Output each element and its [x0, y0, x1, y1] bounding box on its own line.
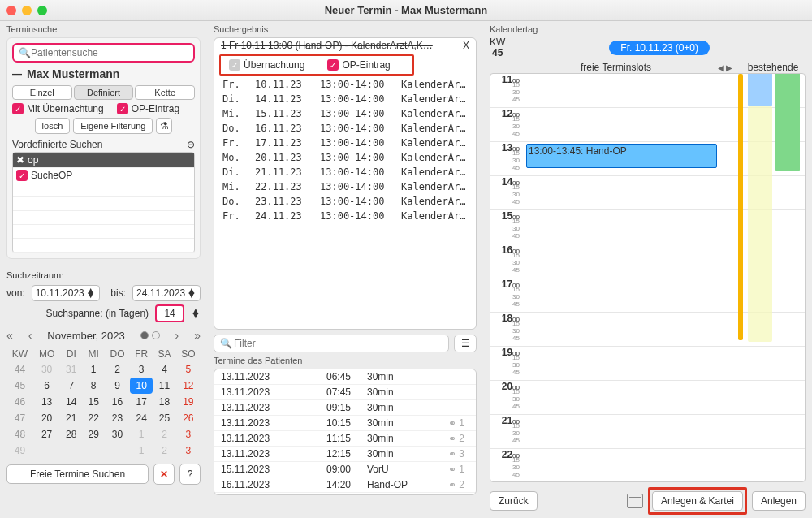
predef-item-sucheop[interactable]: ✓SucheOP — [13, 168, 194, 183]
result-chk-uebernachtung[interactable]: ✓Übernachtung — [229, 59, 304, 71]
result-chk-op[interactable]: ✓OP-Eintrag — [327, 59, 390, 71]
cal-day[interactable] — [60, 442, 82, 459]
chk-op-eintrag[interactable]: ✓OP-Eintrag — [117, 103, 179, 114]
cal-day[interactable]: 27 — [33, 426, 60, 442]
btn-help[interactable]: ? — [179, 464, 201, 485]
result-row[interactable]: Di.21.11.2313:00-14:00KalenderAr… — [214, 165, 476, 179]
result-row[interactable]: Do.16.11.2313:00-14:00KalenderAr… — [214, 121, 476, 136]
btn-zurueck[interactable]: Zurück — [490, 491, 538, 511]
cal-day[interactable]: 3 — [130, 361, 153, 378]
cal-day[interactable]: 21 — [60, 410, 82, 426]
cal-day[interactable]: 16 — [105, 394, 130, 410]
patient-row[interactable]: 13.11.202309:1530min — [214, 400, 476, 416]
btn-clear[interactable]: ✕ — [153, 464, 175, 485]
patient-row[interactable]: 17.11.202311:00NachU⚭ 3 — [214, 493, 476, 495]
date-pill[interactable]: Fr. 10.11.23 (0+0) — [609, 41, 710, 55]
patient-row[interactable]: 13.11.202310:1530min⚭ 1 — [214, 416, 476, 431]
cal-day[interactable]: 45 — [6, 378, 33, 394]
seg-einzel[interactable]: Einzel — [12, 85, 72, 100]
cal-prev-fast[interactable]: « — [6, 329, 13, 342]
cal-day[interactable]: 3 — [176, 426, 201, 442]
cal-day[interactable]: 22 — [83, 410, 105, 426]
cal-day[interactable]: 3 — [176, 442, 201, 459]
cal-day[interactable]: 10 — [130, 378, 153, 394]
seg-kette[interactable]: Kette — [135, 85, 195, 100]
result-row[interactable]: Mi.22.11.2313:00-14:00KalenderAr… — [214, 179, 476, 194]
cal-day[interactable]: 2 — [153, 426, 175, 442]
patient-search-input[interactable] — [31, 47, 188, 58]
patient-row[interactable]: 15.11.202309:00VorU⚭ 1 — [214, 462, 476, 477]
patient-search[interactable]: 🔍 — [12, 43, 195, 63]
slot-next[interactable]: ▶ — [726, 63, 732, 72]
result-row[interactable]: Fr.24.11.2313:00-14:00KalenderAr… — [214, 209, 476, 223]
cal-day[interactable]: 30 — [33, 361, 60, 378]
cal-day[interactable]: 11 — [153, 378, 175, 394]
btn-anlegen[interactable]: Anlegen — [752, 491, 806, 511]
patient-row[interactable]: 13.11.202312:1530min⚭ 3 — [214, 447, 476, 462]
minimize-window[interactable] — [22, 6, 32, 15]
cal-day[interactable]: 7 — [60, 378, 82, 394]
btn-loesch[interactable]: lösch — [35, 118, 71, 134]
cal-day[interactable]: 1 — [83, 361, 105, 378]
bis-date[interactable]: 24.11.2023▲▼ — [132, 285, 201, 301]
calendar-icon[interactable] — [627, 494, 643, 508]
cal-prev[interactable]: ‹ — [28, 329, 32, 342]
cal-day[interactable]: 48 — [6, 426, 33, 442]
filter-icon[interactable]: ⚗ — [156, 118, 172, 134]
cal-day[interactable]: 23 — [105, 410, 130, 426]
cal-day[interactable]: 17 — [130, 394, 153, 410]
cal-day[interactable]: 30 — [105, 426, 130, 442]
patient-toggle[interactable]: — — [12, 68, 22, 80]
btn-freie-termine[interactable]: Freie Termine Suchen — [6, 464, 149, 484]
suchspanne-input[interactable]: 14 — [155, 304, 184, 322]
cal-day[interactable]: 5 — [176, 361, 201, 378]
seg-definiert[interactable]: Definiert — [74, 85, 134, 100]
cal-day[interactable]: 2 — [153, 442, 175, 459]
result-row[interactable]: Fr.17.11.2313:00-14:00KalenderAr… — [214, 136, 476, 150]
cal-day[interactable]: 29 — [83, 426, 105, 442]
cal-day[interactable]: 13 — [33, 394, 60, 410]
result-row[interactable]: Fr.10.11.2313:00-14:00KalenderAr… — [214, 77, 476, 92]
chk-uebernachtung[interactable]: ✓Mit Übernachtung — [12, 103, 104, 114]
btn-anlegen-kartei[interactable]: Anlegen & Kartei — [652, 491, 743, 511]
patient-row[interactable]: 13.11.202311:1530min⚭ 2 — [214, 431, 476, 447]
cal-day[interactable] — [105, 442, 130, 459]
cal-day[interactable]: 15 — [83, 394, 105, 410]
cal-day[interactable]: 25 — [153, 410, 175, 426]
result-close[interactable]: X — [463, 40, 469, 51]
cal-day[interactable]: 28 — [60, 426, 82, 442]
cal-day[interactable]: 1 — [130, 426, 153, 442]
result-filter-input[interactable] — [214, 335, 449, 352]
patient-row[interactable]: 16.11.202314:20Hand-OP⚭ 2 — [214, 477, 476, 493]
close-window[interactable] — [6, 6, 16, 15]
cal-day[interactable]: 31 — [60, 361, 82, 378]
cal-day[interactable]: 24 — [130, 410, 153, 426]
cal-day[interactable]: 46 — [6, 394, 33, 410]
cal-day[interactable]: 9 — [105, 378, 130, 394]
result-row[interactable]: Mo.20.11.2313:00-14:00KalenderAr… — [214, 150, 476, 165]
cal-day[interactable]: 6 — [33, 378, 60, 394]
cal-day[interactable] — [33, 442, 60, 459]
result-row[interactable]: Do.23.11.2313:00-14:00KalenderAr… — [214, 194, 476, 209]
adjust-icon[interactable]: ☰ — [454, 335, 477, 352]
cal-day[interactable]: 20 — [33, 410, 60, 426]
cal-next-fast[interactable]: » — [194, 329, 201, 342]
cal-day[interactable]: 19 — [176, 394, 201, 410]
patient-row[interactable]: 13.11.202307:4530min — [214, 385, 476, 400]
cal-day[interactable]: 26 — [176, 410, 201, 426]
appointment-block[interactable]: 13:00-13:45: Hand-OP — [526, 144, 717, 168]
cal-day[interactable]: 2 — [105, 361, 130, 378]
cal-day[interactable]: 1 — [130, 442, 153, 459]
cal-next[interactable]: › — [175, 329, 179, 342]
cal-day[interactable]: 18 — [153, 394, 175, 410]
slot-prev[interactable]: ◀ — [718, 63, 724, 72]
cal-day[interactable]: 49 — [6, 442, 33, 459]
result-row[interactable]: Mi.15.11.2313:00-14:00KalenderAr… — [214, 106, 476, 121]
cal-day[interactable] — [83, 442, 105, 459]
day-calendar[interactable]: 1100153045120015304513001530451400153045… — [490, 73, 806, 482]
maximize-window[interactable] — [37, 6, 47, 15]
cal-day[interactable]: 14 — [60, 394, 82, 410]
cal-day[interactable]: 4 — [153, 361, 175, 378]
predef-item-op[interactable]: ✖op — [13, 153, 194, 168]
btn-eigene-filterung[interactable]: Eigene Filterung — [73, 118, 153, 134]
